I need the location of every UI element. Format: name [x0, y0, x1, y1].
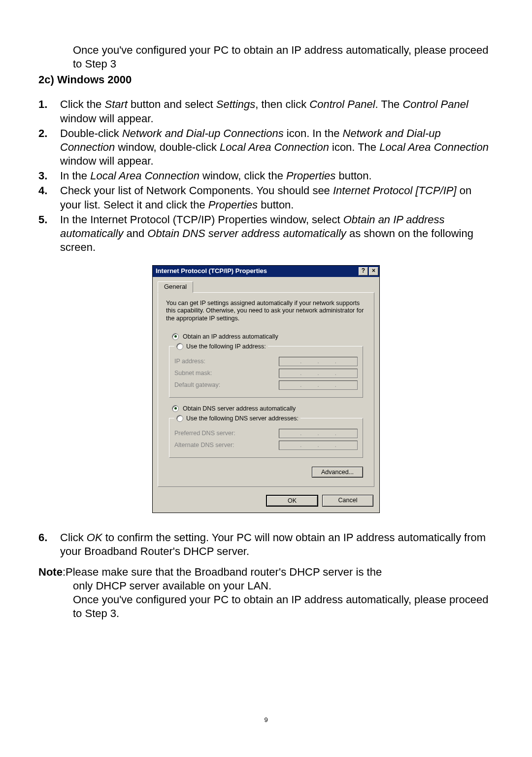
radio-icon	[176, 343, 183, 350]
radio-ip-auto[interactable]: Obtain an IP address automatically	[172, 333, 366, 341]
steps-list-continued: 6. Click OK to confirm the setting. Your…	[38, 531, 494, 558]
step-item: 2. Double-click Network and Dial-up Conn…	[38, 127, 494, 168]
step-number: 4.	[38, 184, 60, 211]
tcpip-properties-dialog: Internet Protocol (TCP/IP) Properties ? …	[152, 265, 380, 513]
radio-label: Use the following DNS server addresses:	[186, 414, 299, 422]
tab-general[interactable]: General	[158, 281, 193, 293]
radio-dns-manual[interactable]: Use the following DNS server addresses:	[174, 414, 300, 422]
step-number: 6.	[38, 531, 60, 558]
steps-list: 1. Click the Start button and select Set…	[38, 98, 494, 254]
cancel-button[interactable]: Cancel	[322, 495, 373, 507]
step-item: 5. In the Internet Protocol (TCP/IP) Pro…	[38, 213, 494, 254]
field-subnet-mask: Subnet mask: ...	[174, 369, 358, 378]
document-page: Once you've configured your PC to obtain…	[0, 0, 532, 757]
step-text: In the Local Area Connection window, cli…	[60, 169, 494, 183]
intro-paragraph: Once you've configured your PC to obtain…	[73, 43, 494, 71]
ip-input-disabled: ...	[279, 369, 358, 378]
step-item: 4. Check your list of Network Components…	[38, 184, 494, 211]
step-item: 3. In the Local Area Connection window, …	[38, 169, 494, 183]
field-label: Alternate DNS server:	[174, 441, 234, 449]
advanced-row: Advanced...	[166, 465, 366, 480]
radio-label: Use the following IP address:	[186, 343, 266, 350]
dialog-footer: OK Cancel	[153, 492, 379, 513]
tab-panel: You can get IP settings assigned automat…	[158, 292, 374, 487]
step-number: 2.	[38, 127, 60, 168]
ip-manual-group: Use the following IP address: IP address…	[169, 343, 363, 398]
page-number: 9	[0, 716, 532, 724]
step-text: Check your list of Network Components. Y…	[60, 184, 494, 211]
note-line3: Once you've configured your PC to obtain…	[73, 593, 494, 620]
dialog-titlebar: Internet Protocol (TCP/IP) Properties ? …	[153, 266, 379, 277]
step-text: Click the Start button and select Settin…	[60, 98, 494, 125]
step-item: 1. Click the Start button and select Set…	[38, 98, 494, 125]
step-number: 1.	[38, 98, 60, 125]
step-text: In the Internet Protocol (TCP/IP) Proper…	[60, 213, 494, 254]
ok-button[interactable]: OK	[266, 495, 318, 507]
radio-label: Obtain DNS server address automatically	[183, 405, 296, 413]
step-item: 6. Click OK to confirm the setting. Your…	[38, 531, 494, 558]
ip-input-disabled: ...	[279, 429, 358, 438]
field-default-gateway: Default gateway: ...	[174, 380, 358, 390]
note-line1: :Please make sure that the Broadband rou…	[63, 566, 382, 578]
ip-input-disabled: ...	[279, 441, 358, 450]
step-text: Double-click Network and Dial-up Connect…	[60, 127, 494, 168]
note-block: Note:Please make sure that the Broadband…	[38, 565, 494, 621]
field-label: Subnet mask:	[174, 369, 212, 377]
field-ip-address: IP address: ...	[174, 357, 358, 366]
dialog-figure: Internet Protocol (TCP/IP) Properties ? …	[38, 265, 494, 513]
section-heading: 2c) Windows 2000	[38, 73, 494, 87]
radio-icon	[172, 405, 179, 412]
radio-ip-manual[interactable]: Use the following IP address:	[174, 343, 268, 350]
step-text: Click OK to confirm the setting. Your PC…	[60, 531, 494, 558]
step-number: 3.	[38, 169, 60, 183]
note-line2: only DHCP server available on your LAN.	[73, 579, 494, 593]
radio-label: Obtain an IP address automatically	[183, 333, 278, 341]
field-label: Default gateway:	[174, 381, 220, 389]
note-label: Note	[38, 566, 63, 578]
field-alternate-dns: Alternate DNS server: ...	[174, 441, 358, 450]
advanced-button[interactable]: Advanced...	[312, 467, 363, 478]
radio-icon	[176, 415, 183, 422]
field-label: Preferred DNS server:	[174, 429, 235, 437]
field-label: IP address:	[174, 357, 205, 365]
dialog-title: Internet Protocol (TCP/IP) Properties	[156, 267, 267, 275]
radio-dns-auto[interactable]: Obtain DNS server address automatically	[172, 405, 366, 413]
field-preferred-dns: Preferred DNS server: ...	[174, 429, 358, 438]
close-button[interactable]: ×	[369, 267, 378, 275]
ip-input-disabled: ...	[279, 380, 358, 390]
step-number: 5.	[38, 213, 60, 254]
ip-input-disabled: ...	[279, 357, 358, 366]
dns-manual-group: Use the following DNS server addresses: …	[169, 414, 363, 458]
radio-icon	[172, 333, 179, 340]
help-button[interactable]: ?	[359, 267, 368, 275]
dialog-description: You can get IP settings assigned automat…	[166, 300, 366, 323]
tab-strip: General	[153, 277, 379, 292]
